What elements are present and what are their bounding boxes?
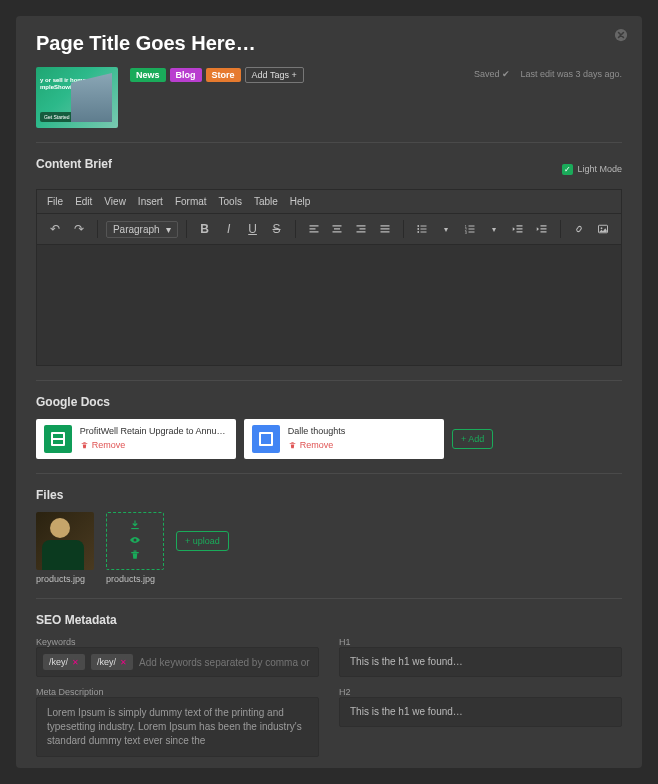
menu-format[interactable]: Format (175, 196, 207, 207)
upload-button[interactable]: + upload (176, 531, 229, 551)
file-name: products.jpg (106, 574, 164, 584)
menu-edit[interactable]: Edit (75, 196, 92, 207)
doc-title: Dalle thoughts (288, 426, 436, 438)
h1-field[interactable]: This is the h1 we found… (339, 647, 622, 677)
meta-description-label: Meta Description (36, 687, 319, 697)
meta-description-text[interactable]: Lorem Ipsum is simply dummy text of the … (36, 697, 319, 757)
keywords-text-input[interactable] (139, 657, 312, 668)
link-button[interactable] (569, 219, 589, 239)
files-title: Files (36, 488, 622, 502)
trash-icon[interactable] (129, 549, 141, 564)
bold-button[interactable]: B (195, 219, 215, 239)
outdent-button[interactable] (508, 219, 528, 239)
editor-panel: Page Title Goes Here… y or sell ir home … (16, 16, 642, 768)
svg-point-3 (418, 231, 420, 233)
image-button[interactable] (593, 219, 613, 239)
remove-keyword-icon[interactable]: ✕ (120, 658, 127, 667)
keyword-chip[interactable]: /key/✕ (43, 654, 85, 670)
menu-file[interactable]: File (47, 196, 63, 207)
block-format-select[interactable]: Paragraph ▾ (106, 221, 178, 238)
menu-view[interactable]: View (104, 196, 126, 207)
doc-remove-button[interactable]: Remove (80, 440, 228, 452)
align-center-button[interactable] (327, 219, 347, 239)
tag-row: NewsBlogStoreAdd Tags + (130, 67, 304, 83)
menu-table[interactable]: Table (254, 196, 278, 207)
add-doc-button[interactable]: + Add (452, 429, 493, 449)
saved-label: Saved (474, 69, 500, 79)
svg-text:3: 3 (465, 231, 467, 235)
google-docs-title: Google Docs (36, 395, 622, 409)
file-actions-card (106, 512, 164, 570)
menu-help[interactable]: Help (290, 196, 311, 207)
page-title: Page Title Goes Here… (36, 32, 622, 55)
tag-blog[interactable]: Blog (170, 68, 202, 82)
thumb-text: y or sell ir home with mpleShowing (40, 77, 118, 91)
tag-news[interactable]: News (130, 68, 166, 82)
sheets-icon (44, 425, 72, 453)
doc-card[interactable]: Dalle thoughtsRemove (244, 419, 444, 459)
align-left-button[interactable] (304, 219, 324, 239)
thumb-cta: Get Started (40, 112, 74, 122)
rich-text-editor: FileEditViewInsertFormatToolsTableHelp ↶… (36, 189, 622, 366)
h1-label: H1 (339, 637, 622, 647)
doc-remove-button[interactable]: Remove (288, 440, 436, 452)
redo-button[interactable]: ↷ (69, 219, 89, 239)
tag-store[interactable]: Store (206, 68, 241, 82)
numbered-list-chevron[interactable]: ▾ (484, 219, 504, 239)
chevron-down-icon: ▾ (166, 224, 171, 235)
menu-insert[interactable]: Insert (138, 196, 163, 207)
svg-point-8 (601, 227, 603, 229)
keyword-chip[interactable]: /key/✕ (91, 654, 133, 670)
strike-button[interactable]: S (267, 219, 287, 239)
h2-label: H2 (339, 687, 622, 697)
undo-button[interactable]: ↶ (45, 219, 65, 239)
svg-point-2 (418, 228, 420, 230)
file-thumbnail[interactable] (36, 512, 94, 570)
align-right-button[interactable] (351, 219, 371, 239)
download-icon[interactable] (129, 519, 141, 534)
docs-icon (252, 425, 280, 453)
save-status: Saved ✔ Last edit was 3 days ago. (474, 67, 622, 79)
eye-icon[interactable] (129, 534, 141, 549)
editor-content-area[interactable] (37, 245, 621, 365)
editor-toolbar: ↶ ↷ Paragraph ▾ B I U S ▾ 123 ▾ (37, 214, 621, 245)
keywords-label: Keywords (36, 637, 319, 647)
seo-title: SEO Metadata (36, 613, 622, 627)
underline-button[interactable]: U (243, 219, 263, 239)
check-icon: ✔ (502, 69, 510, 79)
keywords-input[interactable]: /key/✕/key/✕ (36, 647, 319, 677)
align-justify-button[interactable] (375, 219, 395, 239)
content-brief-title: Content Brief (36, 157, 112, 171)
block-format-label: Paragraph (113, 224, 160, 235)
last-edit-label: Last edit was 3 days ago. (520, 69, 622, 79)
svg-point-1 (418, 225, 420, 227)
italic-button[interactable]: I (219, 219, 239, 239)
menu-tools[interactable]: Tools (219, 196, 242, 207)
light-mode-label: Light Mode (577, 164, 622, 174)
editor-menubar: FileEditViewInsertFormatToolsTableHelp (37, 190, 621, 214)
file-name: products.jpg (36, 574, 94, 584)
remove-keyword-icon[interactable]: ✕ (72, 658, 79, 667)
doc-card[interactable]: ProfitWell Retain Upgrade to Annual Tem…… (36, 419, 236, 459)
light-mode-toggle[interactable]: ✓ Light Mode (562, 164, 622, 175)
doc-title: ProfitWell Retain Upgrade to Annual Tem… (80, 426, 228, 438)
bullet-list-chevron[interactable]: ▾ (436, 219, 456, 239)
checkbox-checked-icon: ✓ (562, 164, 573, 175)
h2-field[interactable]: This is the h1 we found… (339, 697, 622, 727)
bullet-list-button[interactable] (412, 219, 432, 239)
add-tags-button[interactable]: Add Tags + (245, 67, 304, 83)
close-button[interactable] (614, 28, 630, 44)
numbered-list-button[interactable]: 123 (460, 219, 480, 239)
indent-button[interactable] (532, 219, 552, 239)
page-thumbnail[interactable]: y or sell ir home with mpleShowing Get S… (36, 67, 118, 128)
